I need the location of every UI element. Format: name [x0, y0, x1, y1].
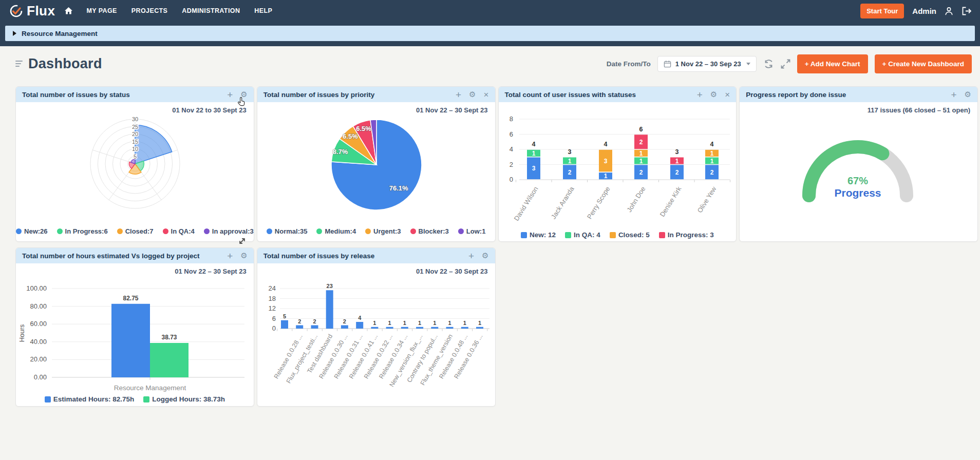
svg-text:6: 6: [509, 130, 513, 138]
top-navbar: Flux MY PAGE PROJECTS ADMINISTRATION HEL…: [0, 0, 980, 22]
close-icon[interactable]: ×: [725, 90, 730, 99]
card-user-issues-statuses: Total count of user issues with statuses…: [498, 86, 737, 242]
date-from-to-label: Date From/To: [607, 60, 651, 68]
user-statuses-stacked-bar-chart: 02468314David Wilson213Jack Aranda134Per…: [499, 102, 737, 241]
card-header[interactable]: Progress report by done issue +⚙: [740, 87, 977, 102]
svg-text:4: 4: [358, 315, 362, 321]
card-hours-estimated-vs-logged: Total number of hours estimated Vs logge…: [15, 247, 254, 407]
legend-item[interactable]: Blocker:3: [410, 227, 449, 235]
start-tour-button[interactable]: Start Tour: [860, 4, 904, 18]
svg-text:0: 0: [509, 176, 513, 183]
card-header[interactable]: Total number of issues by release +⚙: [257, 248, 495, 263]
legend-item[interactable]: Medium:4: [316, 227, 356, 235]
legend-marker: [316, 228, 322, 234]
svg-text:4: 4: [604, 141, 607, 148]
card-resize-handle[interactable]: [238, 237, 247, 247]
nav-item-my-page[interactable]: MY PAGE: [86, 7, 117, 14]
svg-text:John Doe: John Doe: [625, 185, 647, 214]
add-chart-icon[interactable]: +: [227, 90, 233, 100]
card-title: Progress report by done issue: [746, 91, 846, 99]
admin-menu[interactable]: Admin: [912, 7, 936, 15]
svg-text:1: 1: [568, 158, 571, 165]
add-chart-icon[interactable]: +: [951, 90, 956, 100]
legend-marker: [458, 228, 464, 234]
add-new-chart-button[interactable]: + Add New Chart: [797, 54, 868, 73]
svg-text:23: 23: [326, 283, 332, 289]
legend-item[interactable]: Low:1: [458, 227, 486, 235]
card-header[interactable]: Total count of user issues with statuses…: [499, 87, 737, 102]
legend-item[interactable]: Closed:7: [117, 227, 154, 235]
nav-item-administration[interactable]: ADMINISTRATION: [182, 7, 240, 14]
card-header[interactable]: Total number of issues by priority +⚙×: [257, 87, 495, 102]
settings-gear-icon[interactable]: ⚙: [469, 91, 476, 99]
legend-marker: [45, 396, 51, 402]
legend-item[interactable]: Closed: 5: [610, 231, 650, 239]
svg-text:20.00: 20.00: [30, 355, 47, 363]
legend-item[interactable]: In QA:4: [163, 227, 195, 235]
svg-text:5: 5: [283, 313, 286, 319]
legend-item[interactable]: New: 12: [521, 231, 556, 239]
add-chart-icon[interactable]: +: [456, 90, 461, 100]
logo-text: Flux: [27, 3, 55, 19]
home-icon[interactable]: [64, 7, 73, 15]
settings-gear-icon[interactable]: ⚙: [710, 91, 717, 99]
settings-gear-icon[interactable]: ⚙: [240, 91, 247, 99]
legend-item[interactable]: Urgent:3: [365, 227, 401, 235]
user-icon[interactable]: [945, 7, 953, 15]
breadcrumb[interactable]: Resource Management: [5, 26, 975, 41]
settings-gear-icon[interactable]: ⚙: [965, 91, 971, 99]
legend-item[interactable]: Logged Hours: 38.73h: [143, 395, 225, 403]
date-range-picker[interactable]: 1 Nov 22 – 30 Sep 23: [657, 56, 757, 72]
svg-text:15: 15: [132, 139, 138, 145]
svg-text:1: 1: [532, 150, 535, 157]
card-progress-report: Progress report by done issue +⚙ 117 iss…: [739, 86, 978, 242]
svg-text:4: 4: [710, 141, 713, 148]
create-new-dashboard-button[interactable]: + Create New Dashboard: [875, 54, 972, 73]
svg-text:Perry Scope: Perry Scope: [585, 185, 611, 221]
nav-item-help[interactable]: HELP: [254, 7, 272, 14]
legend-item[interactable]: In approval:3: [204, 227, 254, 235]
add-chart-icon[interactable]: +: [697, 90, 703, 100]
flux-logo-check-icon: [9, 4, 23, 18]
legend-item[interactable]: In Progress: 3: [659, 231, 714, 239]
close-icon[interactable]: ×: [484, 90, 489, 99]
legend-item[interactable]: Estimated Hours: 82.75h: [45, 395, 135, 403]
svg-text:18: 18: [268, 295, 275, 302]
card-header[interactable]: Total number of issues by status +⚙: [16, 87, 254, 102]
legend-marker: [659, 232, 665, 238]
svg-text:Resource Management: Resource Management: [114, 384, 186, 392]
breadcrumb-expand-icon[interactable]: [13, 31, 16, 36]
nav-item-projects[interactable]: PROJECTS: [131, 7, 168, 14]
legend-marker: [204, 228, 210, 234]
svg-text:6: 6: [272, 315, 276, 322]
settings-gear-icon[interactable]: ⚙: [240, 252, 247, 260]
refresh-button[interactable]: [763, 59, 774, 69]
svg-text:Jack Aranda: Jack Aranda: [549, 185, 575, 220]
legend-item[interactable]: New:26: [16, 227, 48, 235]
add-chart-icon[interactable]: +: [227, 251, 233, 261]
svg-text:Hours: Hours: [18, 324, 26, 342]
legend-item[interactable]: In Progress:6: [57, 227, 108, 235]
dashboard-menu-icon[interactable]: [15, 59, 23, 68]
legend-item[interactable]: Normal:35: [267, 227, 308, 235]
fullscreen-button[interactable]: [781, 59, 790, 69]
add-chart-icon[interactable]: +: [468, 251, 474, 261]
settings-gear-icon[interactable]: ⚙: [482, 252, 488, 260]
svg-text:8: 8: [509, 115, 513, 123]
legend-marker: [163, 228, 168, 234]
svg-text:38.73: 38.73: [161, 334, 177, 341]
legend-marker: [117, 228, 123, 234]
chevron-down-icon: [746, 63, 750, 65]
card-issues-by-status: Total number of issues by status +⚙ 01 N…: [15, 86, 254, 242]
svg-text:1: 1: [604, 172, 607, 180]
card-header[interactable]: Total number of hours estimated Vs logge…: [16, 248, 254, 263]
svg-text:3: 3: [532, 165, 535, 172]
svg-text:1: 1: [710, 158, 713, 165]
svg-text:0: 0: [272, 324, 276, 332]
legend-item[interactable]: In QA: 4: [565, 231, 600, 239]
card-title: Total count of user issues with statuses: [505, 91, 636, 99]
release-bar-chart: 0612182452Release 0.0.28 ...2Flux_projec…: [257, 263, 495, 406]
svg-text:30: 30: [132, 116, 138, 122]
logout-icon[interactable]: [962, 7, 972, 15]
svg-text:80.00: 80.00: [30, 302, 47, 310]
